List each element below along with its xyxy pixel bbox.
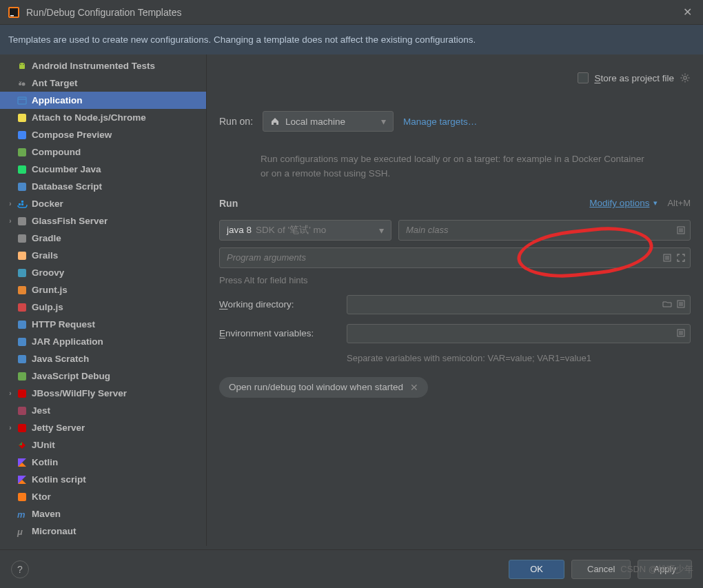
sidebar-item-label: Grunt.js: [32, 285, 68, 295]
sidebar-item-kotlin-script[interactable]: Kotlin script: [0, 471, 206, 488]
app-icon: [17, 95, 28, 106]
jar-icon: [17, 336, 28, 347]
sidebar-item-application[interactable]: Application: [0, 92, 206, 109]
svg-rect-28: [18, 372, 26, 381]
sidebar-item-gulp-js[interactable]: Gulp.js: [0, 298, 206, 316]
sidebar-item-java-scratch[interactable]: Java Scratch: [0, 350, 206, 367]
list-icon[interactable]: [676, 225, 686, 235]
sidebar-item-docker[interactable]: ›Docker: [0, 195, 206, 212]
home-icon: [270, 116, 280, 126]
close-icon[interactable]: ✕: [410, 382, 418, 393]
sidebar-item-micronaut[interactable]: μMicronaut: [0, 523, 206, 540]
sidebar-item-glassfish-server[interactable]: ›GlassFish Server: [0, 212, 206, 230]
svg-rect-30: [18, 407, 26, 415]
sidebar-item-label: Kotlin script: [32, 474, 86, 485]
apply-button[interactable]: Apply: [638, 560, 692, 579]
sidebar-item-compound[interactable]: Compound: [0, 143, 206, 161]
ok-button[interactable]: OK: [509, 560, 564, 579]
svg-rect-22: [18, 269, 26, 277]
sidebar-item-kotlin[interactable]: Kotlin: [0, 454, 206, 471]
sidebar-item-jetty-server[interactable]: ›Jetty Server: [0, 419, 206, 436]
list-icon[interactable]: [676, 299, 686, 309]
sidebar-item-compose-preview[interactable]: Compose Preview: [0, 126, 206, 143]
expand-icon[interactable]: [676, 253, 686, 263]
sidebar-item-label: Database Script: [32, 181, 102, 192]
sidebar-item-ktor[interactable]: Ktor: [0, 488, 206, 505]
gear-icon[interactable]: [680, 72, 691, 83]
gulp-icon: [17, 302, 28, 313]
sidebar-item-jest[interactable]: Jest: [0, 402, 206, 419]
ant-icon: [17, 78, 28, 89]
sidebar-item-jar-application[interactable]: JAR Application: [0, 333, 206, 350]
sidebar-item-jboss-wildfly-server[interactable]: ›JBoss/WildFly Server: [0, 385, 206, 402]
sidebar-item-label: Ktor: [32, 491, 51, 502]
store-as-project-file[interactable]: Store as project file: [578, 72, 674, 83]
sidebar-item-label: Java Scratch: [32, 354, 89, 364]
sidebar-item-grails[interactable]: Grails: [0, 247, 206, 264]
svg-point-3: [20, 63, 21, 64]
sidebar-item-gradle[interactable]: Gradle: [0, 230, 206, 247]
cancel-button[interactable]: Cancel: [571, 560, 631, 579]
svg-rect-14: [18, 165, 26, 174]
sidebar-item-label: Docker: [32, 199, 63, 209]
svg-point-4: [23, 63, 23, 64]
program-args-input[interactable]: Program arguments: [219, 247, 691, 268]
sidebar-item-attach-to-node-js-chrome[interactable]: Attach to Node.js/Chrome: [0, 109, 206, 126]
option-chip-open-tool-window[interactable]: Open run/debug tool window when started …: [219, 377, 428, 398]
sidebar-item-maven[interactable]: mMaven: [0, 505, 206, 523]
template-tree[interactable]: Android Instrumented TestsAnt TargetAppl…: [0, 54, 207, 546]
sidebar-item-label: HTTP Request: [32, 319, 95, 330]
chevron-right-icon: ›: [6, 217, 15, 225]
run-section-title: Run: [219, 198, 238, 209]
sidebar-item-http-request[interactable]: HTTP Request: [0, 316, 206, 333]
svg-point-5: [19, 83, 21, 85]
run-on-combo[interactable]: Local machine ▾: [263, 111, 394, 132]
sidebar-item-label: Android Instrumented Tests: [32, 61, 155, 71]
folder-icon[interactable]: [662, 299, 672, 309]
sidebar-item-junit[interactable]: JUnit: [0, 436, 206, 454]
list-icon[interactable]: [662, 253, 672, 263]
docker-icon: [17, 199, 28, 210]
working-dir-label: Working directory:: [219, 299, 347, 310]
maven-icon: m: [17, 509, 28, 520]
manage-targets-link[interactable]: Manage targets…: [403, 116, 477, 127]
sidebar-item-groovy[interactable]: Groovy: [0, 264, 206, 281]
svg-rect-2: [10, 15, 14, 17]
compound-icon: [17, 147, 28, 158]
help-button[interactable]: ?: [11, 560, 29, 578]
sidebar-item-cucumber-java[interactable]: Cucumber Java: [0, 161, 206, 178]
run-on-description: Run configurations may be executed local…: [261, 152, 646, 181]
svg-rect-26: [18, 338, 26, 346]
working-dir-input[interactable]: [347, 295, 691, 314]
chevron-down-icon: ▾: [379, 225, 384, 236]
grails-icon: [17, 250, 28, 261]
svg-line-41: [687, 80, 689, 81]
window-title: Run/Debug Configuration Templates: [26, 7, 680, 18]
list-icon[interactable]: [676, 328, 686, 338]
jetty-icon: [17, 423, 28, 434]
checkbox-icon[interactable]: [578, 72, 589, 83]
sidebar-item-label: Kotlin: [32, 457, 58, 467]
sidebar-item-ant-target[interactable]: Ant Target: [0, 74, 206, 92]
modify-options-link[interactable]: Modify options: [589, 198, 649, 208]
svg-rect-11: [18, 114, 26, 122]
close-icon[interactable]: ✕: [680, 3, 695, 21]
chevron-right-icon: ›: [6, 389, 15, 397]
sidebar-item-label: Groovy: [32, 267, 64, 278]
sidebar-item-database-script[interactable]: Database Script: [0, 178, 206, 195]
main-class-input[interactable]: Main class: [398, 220, 691, 241]
sidebar-item-android-instrumented-tests[interactable]: Android Instrumented Tests: [0, 57, 206, 74]
svg-rect-13: [18, 148, 26, 156]
glassfish-icon: [17, 216, 28, 227]
env-vars-label: Environment variables:: [219, 328, 347, 338]
compose-icon: [17, 130, 28, 141]
env-vars-input[interactable]: [347, 324, 691, 343]
sidebar-item-javascript-debug[interactable]: JavaScript Debug: [0, 367, 206, 385]
grunt-icon: [17, 285, 28, 296]
svg-line-43: [682, 80, 684, 81]
sidebar-item-grunt-js[interactable]: Grunt.js: [0, 281, 206, 298]
svg-text:μ: μ: [17, 527, 23, 537]
env-hint: Separate variables with semicolon: VAR=v…: [347, 353, 691, 363]
svg-rect-31: [18, 424, 26, 432]
jdk-combo[interactable]: java 8 SDK of '笔试' mo ▾: [219, 220, 391, 241]
